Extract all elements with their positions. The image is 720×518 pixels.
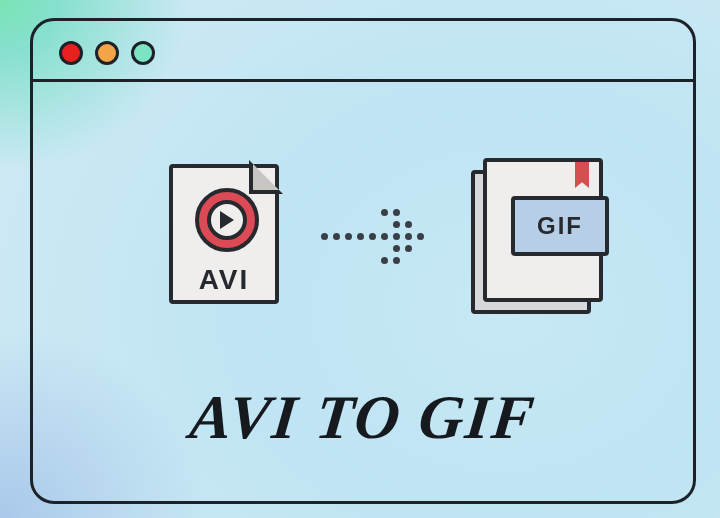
browser-window: AVI GIF	[30, 18, 696, 504]
gif-file-icon: GIF	[471, 158, 599, 308]
avi-file-icon: AVI	[169, 164, 279, 304]
window-minimize-button[interactable]	[95, 41, 119, 65]
window-zoom-button[interactable]	[131, 41, 155, 65]
play-triangle-icon	[220, 211, 234, 229]
bookmark-icon	[575, 162, 589, 188]
window-close-button[interactable]	[59, 41, 83, 65]
dotted-arrow-icon	[321, 202, 441, 272]
gif-label: GIF	[537, 212, 583, 240]
content-area: AVI GIF	[33, 82, 693, 501]
avi-label: AVI	[169, 264, 279, 296]
gif-badge: GIF	[511, 196, 609, 256]
headline-text: AVI TO GIF	[29, 382, 696, 453]
